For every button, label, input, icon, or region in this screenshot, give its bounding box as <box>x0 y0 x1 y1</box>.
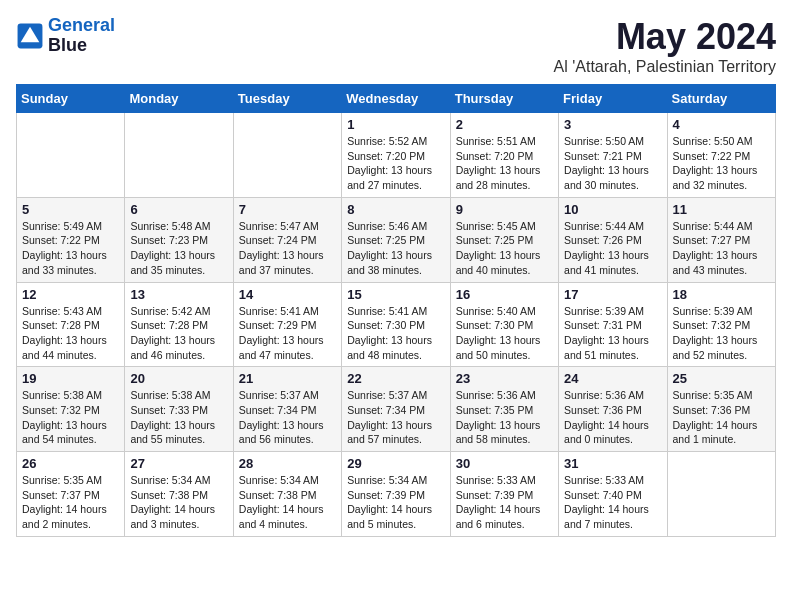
day-number: 4 <box>673 117 770 132</box>
day-info: Sunrise: 5:42 AMSunset: 7:28 PMDaylight:… <box>130 304 227 363</box>
calendar-table: SundayMondayTuesdayWednesdayThursdayFrid… <box>16 84 776 537</box>
day-info: Sunrise: 5:38 AMSunset: 7:32 PMDaylight:… <box>22 388 119 447</box>
day-info: Sunrise: 5:37 AMSunset: 7:34 PMDaylight:… <box>239 388 336 447</box>
day-number: 28 <box>239 456 336 471</box>
day-info: Sunrise: 5:34 AMSunset: 7:38 PMDaylight:… <box>130 473 227 532</box>
calendar-cell: 3Sunrise: 5:50 AMSunset: 7:21 PMDaylight… <box>559 113 667 198</box>
day-number: 20 <box>130 371 227 386</box>
calendar-cell: 21Sunrise: 5:37 AMSunset: 7:34 PMDayligh… <box>233 367 341 452</box>
day-number: 23 <box>456 371 553 386</box>
logo-icon <box>16 22 44 50</box>
day-number: 18 <box>673 287 770 302</box>
day-number: 13 <box>130 287 227 302</box>
calendar-cell: 31Sunrise: 5:33 AMSunset: 7:40 PMDayligh… <box>559 452 667 537</box>
day-info: Sunrise: 5:50 AMSunset: 7:21 PMDaylight:… <box>564 134 661 193</box>
calendar-cell: 7Sunrise: 5:47 AMSunset: 7:24 PMDaylight… <box>233 197 341 282</box>
calendar-cell <box>667 452 775 537</box>
day-number: 11 <box>673 202 770 217</box>
location-title: Al 'Attarah, Palestinian Territory <box>554 58 776 76</box>
week-row-1: 1Sunrise: 5:52 AMSunset: 7:20 PMDaylight… <box>17 113 776 198</box>
day-number: 12 <box>22 287 119 302</box>
calendar-cell: 22Sunrise: 5:37 AMSunset: 7:34 PMDayligh… <box>342 367 450 452</box>
day-info: Sunrise: 5:49 AMSunset: 7:22 PMDaylight:… <box>22 219 119 278</box>
page-header: General Blue May 2024 Al 'Attarah, Pales… <box>16 16 776 76</box>
day-info: Sunrise: 5:41 AMSunset: 7:29 PMDaylight:… <box>239 304 336 363</box>
calendar-cell: 6Sunrise: 5:48 AMSunset: 7:23 PMDaylight… <box>125 197 233 282</box>
week-row-2: 5Sunrise: 5:49 AMSunset: 7:22 PMDaylight… <box>17 197 776 282</box>
calendar-cell: 12Sunrise: 5:43 AMSunset: 7:28 PMDayligh… <box>17 282 125 367</box>
day-number: 14 <box>239 287 336 302</box>
day-info: Sunrise: 5:39 AMSunset: 7:31 PMDaylight:… <box>564 304 661 363</box>
weekday-header-wednesday: Wednesday <box>342 85 450 113</box>
day-number: 30 <box>456 456 553 471</box>
calendar-cell: 28Sunrise: 5:34 AMSunset: 7:38 PMDayligh… <box>233 452 341 537</box>
calendar-cell: 8Sunrise: 5:46 AMSunset: 7:25 PMDaylight… <box>342 197 450 282</box>
day-info: Sunrise: 5:37 AMSunset: 7:34 PMDaylight:… <box>347 388 444 447</box>
calendar-cell: 25Sunrise: 5:35 AMSunset: 7:36 PMDayligh… <box>667 367 775 452</box>
day-info: Sunrise: 5:48 AMSunset: 7:23 PMDaylight:… <box>130 219 227 278</box>
day-info: Sunrise: 5:40 AMSunset: 7:30 PMDaylight:… <box>456 304 553 363</box>
day-info: Sunrise: 5:51 AMSunset: 7:20 PMDaylight:… <box>456 134 553 193</box>
calendar-cell: 18Sunrise: 5:39 AMSunset: 7:32 PMDayligh… <box>667 282 775 367</box>
day-number: 16 <box>456 287 553 302</box>
calendar-cell: 11Sunrise: 5:44 AMSunset: 7:27 PMDayligh… <box>667 197 775 282</box>
day-info: Sunrise: 5:36 AMSunset: 7:35 PMDaylight:… <box>456 388 553 447</box>
calendar-cell: 29Sunrise: 5:34 AMSunset: 7:39 PMDayligh… <box>342 452 450 537</box>
title-block: May 2024 Al 'Attarah, Palestinian Territ… <box>554 16 776 76</box>
day-info: Sunrise: 5:46 AMSunset: 7:25 PMDaylight:… <box>347 219 444 278</box>
weekday-header-saturday: Saturday <box>667 85 775 113</box>
day-info: Sunrise: 5:50 AMSunset: 7:22 PMDaylight:… <box>673 134 770 193</box>
calendar-cell: 23Sunrise: 5:36 AMSunset: 7:35 PMDayligh… <box>450 367 558 452</box>
calendar-cell: 26Sunrise: 5:35 AMSunset: 7:37 PMDayligh… <box>17 452 125 537</box>
calendar-cell: 24Sunrise: 5:36 AMSunset: 7:36 PMDayligh… <box>559 367 667 452</box>
day-number: 26 <box>22 456 119 471</box>
day-number: 21 <box>239 371 336 386</box>
weekday-header-thursday: Thursday <box>450 85 558 113</box>
logo-text: General Blue <box>48 16 115 56</box>
calendar-cell <box>17 113 125 198</box>
weekday-header-row: SundayMondayTuesdayWednesdayThursdayFrid… <box>17 85 776 113</box>
calendar-cell: 5Sunrise: 5:49 AMSunset: 7:22 PMDaylight… <box>17 197 125 282</box>
day-number: 3 <box>564 117 661 132</box>
day-info: Sunrise: 5:34 AMSunset: 7:38 PMDaylight:… <box>239 473 336 532</box>
day-number: 6 <box>130 202 227 217</box>
day-info: Sunrise: 5:34 AMSunset: 7:39 PMDaylight:… <box>347 473 444 532</box>
day-info: Sunrise: 5:35 AMSunset: 7:36 PMDaylight:… <box>673 388 770 447</box>
calendar-cell: 10Sunrise: 5:44 AMSunset: 7:26 PMDayligh… <box>559 197 667 282</box>
day-number: 25 <box>673 371 770 386</box>
calendar-cell: 14Sunrise: 5:41 AMSunset: 7:29 PMDayligh… <box>233 282 341 367</box>
day-number: 29 <box>347 456 444 471</box>
calendar-cell: 4Sunrise: 5:50 AMSunset: 7:22 PMDaylight… <box>667 113 775 198</box>
day-number: 8 <box>347 202 444 217</box>
weekday-header-monday: Monday <box>125 85 233 113</box>
logo: General Blue <box>16 16 115 56</box>
week-row-3: 12Sunrise: 5:43 AMSunset: 7:28 PMDayligh… <box>17 282 776 367</box>
day-info: Sunrise: 5:47 AMSunset: 7:24 PMDaylight:… <box>239 219 336 278</box>
day-number: 31 <box>564 456 661 471</box>
day-info: Sunrise: 5:36 AMSunset: 7:36 PMDaylight:… <box>564 388 661 447</box>
week-row-4: 19Sunrise: 5:38 AMSunset: 7:32 PMDayligh… <box>17 367 776 452</box>
calendar-cell: 9Sunrise: 5:45 AMSunset: 7:25 PMDaylight… <box>450 197 558 282</box>
day-info: Sunrise: 5:35 AMSunset: 7:37 PMDaylight:… <box>22 473 119 532</box>
day-info: Sunrise: 5:44 AMSunset: 7:26 PMDaylight:… <box>564 219 661 278</box>
day-info: Sunrise: 5:52 AMSunset: 7:20 PMDaylight:… <box>347 134 444 193</box>
day-number: 9 <box>456 202 553 217</box>
day-info: Sunrise: 5:39 AMSunset: 7:32 PMDaylight:… <box>673 304 770 363</box>
day-number: 27 <box>130 456 227 471</box>
day-info: Sunrise: 5:43 AMSunset: 7:28 PMDaylight:… <box>22 304 119 363</box>
calendar-cell: 13Sunrise: 5:42 AMSunset: 7:28 PMDayligh… <box>125 282 233 367</box>
day-info: Sunrise: 5:41 AMSunset: 7:30 PMDaylight:… <box>347 304 444 363</box>
day-info: Sunrise: 5:45 AMSunset: 7:25 PMDaylight:… <box>456 219 553 278</box>
calendar-cell: 20Sunrise: 5:38 AMSunset: 7:33 PMDayligh… <box>125 367 233 452</box>
day-number: 2 <box>456 117 553 132</box>
day-number: 19 <box>22 371 119 386</box>
day-number: 10 <box>564 202 661 217</box>
calendar-cell: 30Sunrise: 5:33 AMSunset: 7:39 PMDayligh… <box>450 452 558 537</box>
week-row-5: 26Sunrise: 5:35 AMSunset: 7:37 PMDayligh… <box>17 452 776 537</box>
weekday-header-friday: Friday <box>559 85 667 113</box>
calendar-cell <box>233 113 341 198</box>
calendar-cell: 17Sunrise: 5:39 AMSunset: 7:31 PMDayligh… <box>559 282 667 367</box>
calendar-cell <box>125 113 233 198</box>
day-info: Sunrise: 5:38 AMSunset: 7:33 PMDaylight:… <box>130 388 227 447</box>
calendar-cell: 2Sunrise: 5:51 AMSunset: 7:20 PMDaylight… <box>450 113 558 198</box>
